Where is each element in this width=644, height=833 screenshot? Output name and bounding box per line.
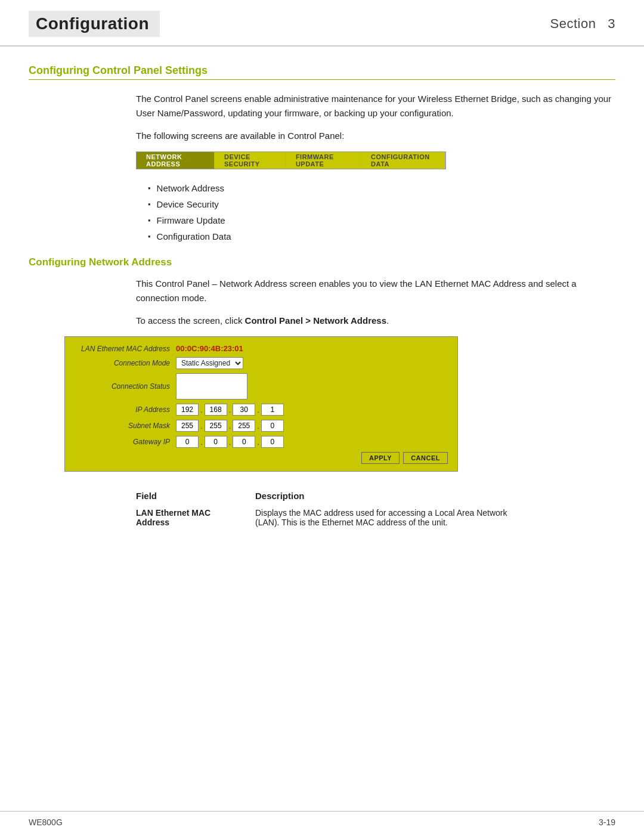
- footer-product: WE800G: [29, 817, 63, 827]
- panel-buttons: APPLY CANCEL: [75, 452, 448, 464]
- list-item: Device Security: [148, 196, 615, 212]
- subnet-mask-label: Subnet Mask: [75, 422, 170, 430]
- section2-desc1: This Control Panel – Network Address scr…: [136, 277, 615, 305]
- subnet-octet-3[interactable]: [233, 420, 255, 432]
- gateway-octet-4[interactable]: [261, 436, 284, 448]
- tab-device-security[interactable]: DEVICE SECURITY: [215, 152, 286, 169]
- subnet-mask-row: Subnet Mask . . .: [75, 420, 448, 432]
- subnet-octet-4[interactable]: [261, 420, 284, 432]
- connection-mode-label: Connection Mode: [75, 359, 170, 367]
- description-cell: Displays the MAC address used for access…: [255, 503, 541, 532]
- col-description-header: Description: [255, 488, 541, 503]
- list-item: Configuration Data: [148, 228, 615, 244]
- connection-mode-select[interactable]: Static AssignedDHCPPPPoE: [176, 357, 243, 369]
- section-label: Section 3: [550, 16, 615, 32]
- tab-bar: NETWORK ADDRESS DEVICE SECURITY FIRMWARE…: [136, 151, 446, 169]
- subnet-octet-2[interactable]: [205, 420, 227, 432]
- footer-page: 3-19: [599, 817, 615, 827]
- gateway-ip-label: Gateway IP: [75, 438, 170, 446]
- cancel-button[interactable]: CANCEL: [403, 452, 448, 464]
- section2-heading: Configuring Network Address: [29, 256, 615, 268]
- gateway-octet-3[interactable]: [233, 436, 255, 448]
- col-field-header: Field: [136, 488, 255, 503]
- ip-address-label: IP Address: [75, 405, 170, 414]
- description-table: Field Description LAN Ethernet MACAddres…: [136, 488, 541, 532]
- ip-address-row: IP Address . . .: [75, 404, 448, 416]
- screens-label: The following screens are available in C…: [136, 129, 615, 143]
- main-content: Configuring Control Panel Settings The C…: [0, 47, 644, 568]
- mac-value: 00:0C:90:4B:23:01: [176, 344, 243, 353]
- subnet-mask-group: . . .: [176, 420, 284, 432]
- tab-firmware-update[interactable]: FIRMWARE UPDATE: [286, 152, 361, 169]
- ip-octet-1[interactable]: [176, 404, 199, 416]
- subnet-octet-1[interactable]: [176, 420, 199, 432]
- ip-octet-2[interactable]: [205, 404, 227, 416]
- apply-button[interactable]: APPLY: [361, 452, 400, 464]
- gateway-octet-1[interactable]: [176, 436, 199, 448]
- table-row: LAN Ethernet MACAddress Displays the MAC…: [136, 503, 541, 532]
- section2-desc2: To access the screen, click Control Pane…: [136, 314, 615, 328]
- list-item: Firmware Update: [148, 212, 615, 228]
- mac-label: LAN Ethernet MAC Address: [75, 345, 170, 353]
- gateway-octet-2[interactable]: [205, 436, 227, 448]
- page-header: Configuration Section 3: [0, 0, 644, 47]
- tab-network-address[interactable]: NETWORK ADDRESS: [137, 152, 215, 169]
- ip-octet-3[interactable]: [233, 404, 255, 416]
- list-item: Network Address: [148, 180, 615, 196]
- gateway-ip-row: Gateway IP . . .: [75, 436, 448, 448]
- page-title: Configuration: [29, 11, 160, 37]
- network-panel: LAN Ethernet MAC Address 00:0C:90:4B:23:…: [64, 336, 458, 472]
- field-cell: LAN Ethernet MACAddress: [136, 503, 255, 532]
- section1-heading: Configuring Control Panel Settings: [29, 64, 615, 80]
- gateway-ip-group: . . .: [176, 436, 284, 448]
- intro-text: The Control Panel screens enable adminis…: [136, 92, 615, 120]
- page-footer: WE800G 3-19: [0, 811, 644, 833]
- connection-mode-row: Connection Mode Static AssignedDHCPPPPoE: [75, 357, 448, 369]
- connection-status-textarea[interactable]: [176, 373, 247, 400]
- connection-status-label: Connection Status: [75, 382, 170, 391]
- mac-row: LAN Ethernet MAC Address 00:0C:90:4B:23:…: [75, 344, 448, 353]
- bullet-list: Network Address Device Security Firmware…: [148, 180, 615, 244]
- connection-status-row: Connection Status: [75, 373, 448, 400]
- tab-configuration-data[interactable]: CONFIGURATION DATA: [361, 152, 445, 169]
- ip-address-group: . . .: [176, 404, 284, 416]
- ip-octet-4[interactable]: [261, 404, 284, 416]
